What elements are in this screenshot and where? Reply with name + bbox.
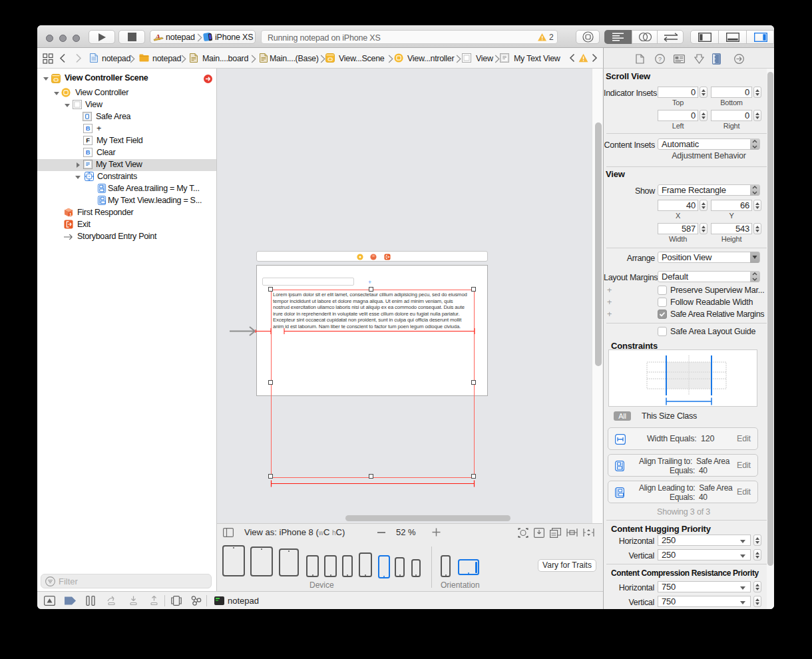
svg-text:?: ? — [658, 56, 662, 63]
svg-text:F: F — [86, 137, 90, 144]
svg-text:B: B — [86, 149, 91, 156]
svg-text:B: B — [86, 125, 91, 132]
